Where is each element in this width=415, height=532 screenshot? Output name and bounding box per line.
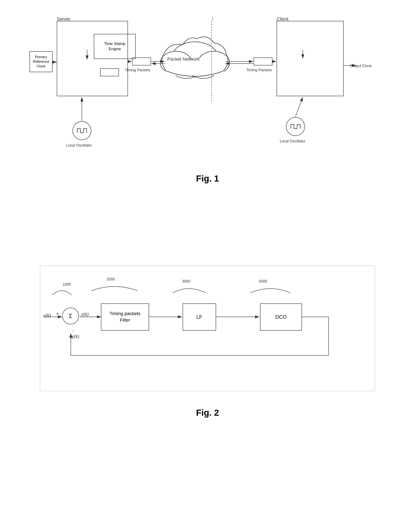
tpf-label: Timing packetsFilter [109, 311, 140, 323]
svg-point-5 [172, 60, 201, 78]
page-container: Packet Network [0, 0, 415, 532]
yk-label: y(k) [72, 334, 79, 339]
xk-label: x(k) [43, 313, 51, 318]
server-box: Time StampEngine [57, 21, 128, 96]
sigma-symbol: Σ [69, 313, 72, 319]
fig1-diagram: Packet Network [30, 13, 385, 169]
prc-box: PrimaryReferenceClock [30, 51, 53, 72]
cloud-shape [160, 37, 229, 78]
fig2-caption: Fig. 2 [0, 401, 415, 418]
lo-label-left: Local Oscillator [66, 143, 92, 148]
timing-pkt-right-rect [254, 57, 272, 66]
svg-text:-: - [72, 328, 74, 333]
svg-point-4 [198, 51, 229, 74]
svg-line-17 [296, 97, 303, 117]
timing-pkt-left-rect [132, 57, 151, 66]
lf-label: LF [196, 314, 202, 320]
fig1-section: Packet Network [0, 0, 415, 230]
lf-box: LF [183, 304, 216, 331]
zk-label: z(k) [81, 312, 89, 317]
dco-fig2-label: DCO [275, 314, 287, 320]
dco-box-fig2: DCO [260, 304, 302, 331]
fig2-diagram: + - x(k) Σ z(k) y(k) Timing packetsFilte… [40, 266, 375, 391]
svg-text:+: + [56, 311, 59, 316]
svg-point-2 [172, 42, 218, 73]
tse-box: Time StampEngine [94, 34, 136, 59]
timing-pkt-left-label: Timing Packets [125, 68, 150, 72]
packet-network-text: Packet Network [167, 57, 200, 62]
lo-label-right: Local Oscillator [280, 139, 306, 143]
svg-rect-7 [166, 58, 224, 75]
svg-point-3 [160, 51, 192, 74]
lo-circle-right [286, 117, 305, 136]
fig1-caption: Fig. 1 [0, 169, 415, 184]
fig2-section: 1000 2000 3000 5000 [0, 230, 415, 418]
client-box: TimingRecoveryMethod DCO [277, 21, 344, 96]
lo-circle-left [72, 121, 91, 140]
lo-left-squarewave-icon [76, 126, 88, 135]
svg-text:|: | [212, 16, 213, 21]
tpf-box: Timing packetsFilter [101, 304, 149, 331]
server-small-rect [100, 68, 119, 76]
timing-pkt-right-label: Timing Packets [246, 68, 272, 72]
svg-point-6 [189, 60, 218, 78]
prc-label: PrimaryReferenceClock [33, 55, 49, 69]
output-clock-label: Output Clock [350, 64, 372, 68]
lo-right-squarewave-icon [290, 122, 301, 131]
sigma-circle: Σ [62, 308, 79, 324]
tse-label: Time StampEngine [104, 41, 125, 51]
